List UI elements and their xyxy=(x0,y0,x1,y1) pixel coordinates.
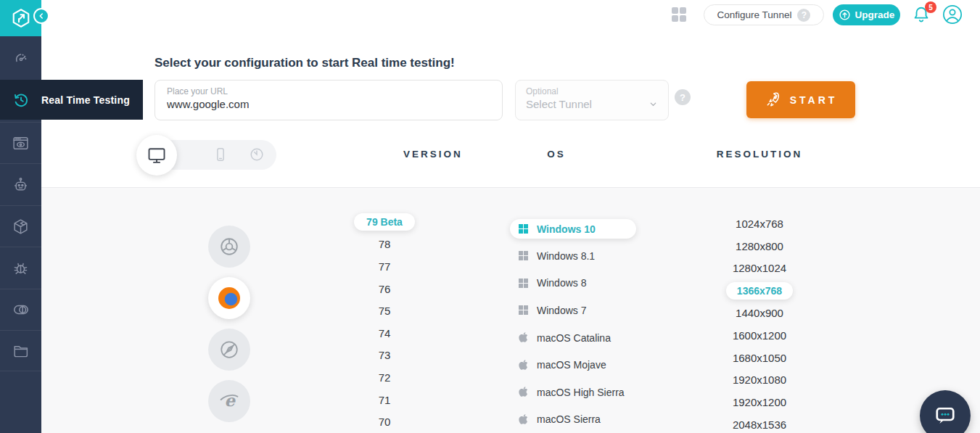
os-option[interactable]: Windows 8 xyxy=(510,270,655,297)
version-option[interactable]: 70 xyxy=(330,411,439,433)
version-option[interactable]: 73 xyxy=(330,345,439,367)
apple-icon xyxy=(519,387,528,397)
windows-icon xyxy=(519,279,528,288)
tunnel-help-icon: ? xyxy=(797,9,810,22)
sidebar-collapse-button[interactable] xyxy=(33,8,49,24)
os-option-label: Windows 8 xyxy=(537,277,586,289)
safari-icon xyxy=(218,339,240,360)
resolution-option[interactable]: 1440x900 xyxy=(716,302,803,324)
profile-avatar-button[interactable] xyxy=(942,4,963,25)
upgrade-label: Upgrade xyxy=(855,9,895,20)
start-button-label: START xyxy=(790,94,838,106)
windows-icon xyxy=(519,251,528,260)
resolution-option[interactable]: 1920x1200 xyxy=(716,391,803,413)
version-option-selected[interactable]: 79 Beta xyxy=(330,211,439,234)
configure-tunnel-label: Configure Tunnel xyxy=(717,9,792,20)
resolution-option[interactable]: 1280x800 xyxy=(716,235,803,257)
browser-eye-icon xyxy=(12,134,30,152)
url-field-label: Place your URL xyxy=(167,86,490,96)
apple-icon xyxy=(519,414,528,425)
resolution-option[interactable]: 1680x1050 xyxy=(716,347,803,369)
os-option[interactable]: macOS Catalina xyxy=(510,324,655,352)
sidebar-item-lt-browser[interactable] xyxy=(0,289,41,330)
sidebar-item-automation[interactable] xyxy=(0,163,41,205)
device-tab-recent[interactable] xyxy=(246,144,268,165)
main-content: Select your configuration to start Real … xyxy=(41,36,980,433)
apps-grid-icon[interactable] xyxy=(672,7,686,22)
tunnel-select[interactable]: Optional Select Tunnel xyxy=(515,80,669,120)
tunnel-select-placeholder: Select Tunnel xyxy=(526,98,658,110)
browser-internet-explorer[interactable]: e xyxy=(208,380,250,422)
browser-firefox[interactable] xyxy=(208,277,250,319)
configure-tunnel-button[interactable]: Configure Tunnel ? xyxy=(704,4,824,25)
chrome-icon xyxy=(218,236,240,257)
sidebar-item-real-time-testing[interactable]: Real Time Testing xyxy=(0,80,143,120)
chat-bubble-icon xyxy=(932,403,958,429)
browser-list: e xyxy=(208,226,250,422)
sidebar-item-dashboard[interactable] xyxy=(0,36,41,80)
notifications-button[interactable]: 5 xyxy=(912,4,934,28)
os-option-label: macOS High Sierra xyxy=(537,387,625,398)
apple-icon xyxy=(519,360,528,371)
chevron-left-icon xyxy=(38,12,45,20)
version-option[interactable]: 78 xyxy=(330,234,439,256)
sidebar-item-app-testing[interactable] xyxy=(0,205,41,247)
os-option-label: macOS Sierra xyxy=(537,413,601,425)
resolution-option[interactable]: 1920x1080 xyxy=(716,369,803,392)
package-box-icon xyxy=(12,218,30,236)
windows-icon xyxy=(519,224,528,234)
url-field-container: Place your URL xyxy=(155,80,503,120)
version-option[interactable]: 77 xyxy=(330,255,439,278)
os-option-selected[interactable]: Windows 10 xyxy=(510,219,636,239)
browser-safari[interactable] xyxy=(208,329,250,371)
resolution-option[interactable]: 2048x1536 xyxy=(716,413,803,433)
sidebar xyxy=(0,0,41,433)
topbar: Configure Tunnel ? Upgrade 5 xyxy=(41,0,980,36)
os-list: Windows 10 Windows 8.1 Windows 8 Windows… xyxy=(510,215,655,433)
firefox-icon xyxy=(218,287,240,309)
tunnel-help-button[interactable]: ? xyxy=(675,89,691,105)
browser-chrome[interactable] xyxy=(208,226,250,268)
os-option-label: Windows 10 xyxy=(537,223,596,235)
version-option[interactable]: 74 xyxy=(330,322,439,345)
os-option-label: macOS Mojave xyxy=(537,359,606,371)
hexagon-logo-icon xyxy=(10,7,32,29)
svg-text:e: e xyxy=(224,391,236,410)
os-option-label: Windows 7 xyxy=(537,305,586,316)
device-tab-mobile[interactable] xyxy=(210,144,231,165)
resolution-option[interactable]: 1600x1200 xyxy=(716,324,803,347)
resolution-option[interactable]: 1024x768 xyxy=(716,213,803,235)
apple-icon xyxy=(519,332,528,343)
url-input[interactable] xyxy=(167,98,490,110)
version-list: 79 Beta 78 77 76 75 74 73 72 71 70 xyxy=(330,211,439,433)
device-tab-desktop[interactable] xyxy=(136,135,177,176)
version-option[interactable]: 71 xyxy=(330,389,439,411)
version-option[interactable]: 76 xyxy=(330,278,439,300)
os-option[interactable]: macOS Mojave xyxy=(510,351,655,379)
sidebar-item-projects[interactable] xyxy=(0,330,41,371)
sidebar-item-screenshot[interactable] xyxy=(0,122,41,163)
resolution-option-selected[interactable]: 1366x768 xyxy=(716,279,803,302)
real-time-testing-page: Real Time Testing Configure Tunnel ? Upg… xyxy=(0,0,980,433)
sidebar-item-bug-tracker[interactable] xyxy=(0,247,41,289)
os-option[interactable]: macOS Sierra xyxy=(510,406,655,433)
resolution-list: 1024x768 1280x800 1280x1024 1366x768 144… xyxy=(716,213,803,433)
version-option[interactable]: 75 xyxy=(330,300,439,322)
page-title: Select your configuration to start Real … xyxy=(155,56,455,70)
desktop-monitor-icon xyxy=(147,145,167,165)
os-option[interactable]: Windows 7 xyxy=(510,297,655,324)
column-header-resolution: RESOLUTION xyxy=(680,149,839,160)
version-option[interactable]: 72 xyxy=(330,366,439,389)
user-avatar-icon xyxy=(942,4,963,25)
column-header-os: OS xyxy=(477,149,636,160)
os-option-label: Windows 8.1 xyxy=(537,250,595,262)
gauge-icon xyxy=(12,49,30,67)
upgrade-button[interactable]: Upgrade xyxy=(833,4,900,25)
rocket-icon xyxy=(765,91,781,108)
os-option[interactable]: Windows 8.1 xyxy=(510,242,655,270)
bug-icon xyxy=(12,259,30,277)
tunnel-select-label: Optional xyxy=(526,86,658,96)
resolution-option[interactable]: 1280x1024 xyxy=(716,257,803,280)
start-button[interactable]: START xyxy=(746,81,855,118)
os-option[interactable]: macOS High Sierra xyxy=(510,379,655,406)
